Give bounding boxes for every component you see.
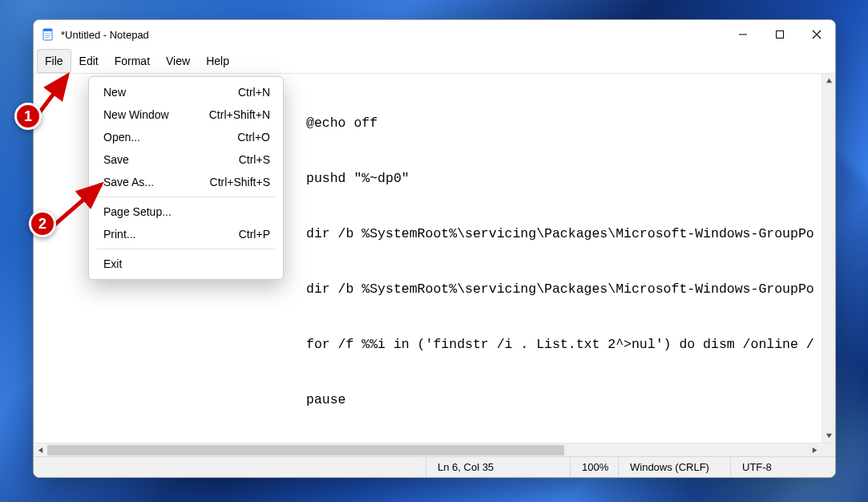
svg-rect-1	[43, 29, 52, 31]
editor-line: dir /b %SystemRoot%\servicing\Packages\M…	[306, 280, 817, 298]
window-title: *Untitled - Notepad	[61, 29, 149, 41]
menu-label: Save	[103, 153, 239, 166]
annotation-arrow-2	[48, 180, 120, 238]
menu-separator	[97, 196, 275, 197]
menu-file[interactable]: File	[37, 49, 71, 73]
status-zoom: 100%	[571, 457, 619, 477]
annotation-marker-1: 1	[14, 103, 42, 130]
svg-marker-12	[813, 447, 817, 452]
editor-line: pause	[306, 391, 817, 409]
menu-edit[interactable]: Edit	[71, 49, 107, 73]
editor-line: dir /b %SystemRoot%\servicing\Packages\M…	[306, 225, 817, 243]
menu-shortcut: Ctrl+N	[238, 86, 270, 99]
menu-shortcut: Ctrl+O	[237, 131, 270, 144]
scroll-right-icon[interactable]	[808, 443, 822, 457]
titlebar[interactable]: *Untitled - Notepad	[34, 20, 835, 49]
minimize-button[interactable]	[725, 20, 761, 49]
status-position: Ln 6, Col 35	[426, 457, 571, 477]
svg-marker-11	[38, 447, 42, 452]
statusbar: Ln 6, Col 35 100% Windows (CRLF) UTF-8	[34, 456, 835, 477]
status-encoding: UTF-8	[731, 457, 835, 477]
menu-item-open[interactable]: Open... Ctrl+O	[89, 126, 283, 148]
horizontal-scrollbar[interactable]	[34, 443, 835, 456]
scroll-up-icon[interactable]	[822, 74, 835, 87]
scroll-corner	[822, 443, 835, 457]
menu-label: Open...	[103, 131, 237, 144]
menu-label: New	[103, 86, 238, 99]
menu-shortcut: Ctrl+Shift+N	[209, 108, 270, 121]
close-button[interactable]	[798, 20, 835, 49]
vertical-scrollbar[interactable]	[822, 74, 835, 443]
svg-line-16	[53, 184, 101, 226]
menu-shortcut: Ctrl+S	[239, 153, 270, 166]
menu-item-exit[interactable]: Exit	[89, 253, 283, 275]
file-menu-dropdown: New Ctrl+N New Window Ctrl+Shift+N Open.…	[88, 76, 284, 280]
window-controls	[725, 20, 835, 49]
editor-line: @echo off	[306, 114, 817, 132]
editor-line: for /f %%i in ('findstr /i . List.txt 2^…	[306, 335, 817, 354]
menu-help[interactable]: Help	[198, 49, 237, 73]
scroll-down-icon[interactable]	[822, 429, 835, 443]
menu-view[interactable]: View	[158, 49, 198, 73]
menu-item-save[interactable]: Save Ctrl+S	[89, 148, 283, 171]
menu-label: Print...	[103, 228, 239, 241]
annotation-marker-2: 2	[29, 210, 56, 237]
menu-format[interactable]: Format	[107, 49, 158, 73]
menu-item-new-window[interactable]: New Window Ctrl+Shift+N	[89, 103, 283, 126]
menu-label: New Window	[103, 108, 209, 121]
menu-label: Exit	[103, 257, 270, 270]
svg-marker-10	[826, 434, 832, 438]
svg-rect-6	[777, 31, 784, 38]
menu-label: Page Setup...	[103, 205, 270, 218]
scroll-left-icon[interactable]	[34, 443, 47, 457]
menu-item-new[interactable]: New Ctrl+N	[89, 81, 283, 103]
maximize-button[interactable]	[761, 20, 798, 49]
editor-line: pushd "%~dp0"	[306, 169, 817, 188]
menu-shortcut: Ctrl+P	[239, 228, 270, 241]
status-eol: Windows (CRLF)	[619, 457, 731, 477]
annotation-arrow-1	[35, 71, 83, 121]
svg-line-14	[38, 75, 67, 114]
menu-shortcut: Ctrl+Shift+S	[210, 176, 270, 188]
menubar: File Edit Format View Help	[34, 49, 835, 73]
scroll-thumb[interactable]	[47, 445, 564, 455]
svg-marker-9	[826, 79, 832, 83]
notepad-icon	[42, 28, 55, 41]
scroll-track[interactable]	[47, 443, 808, 457]
menu-separator	[97, 249, 275, 249]
